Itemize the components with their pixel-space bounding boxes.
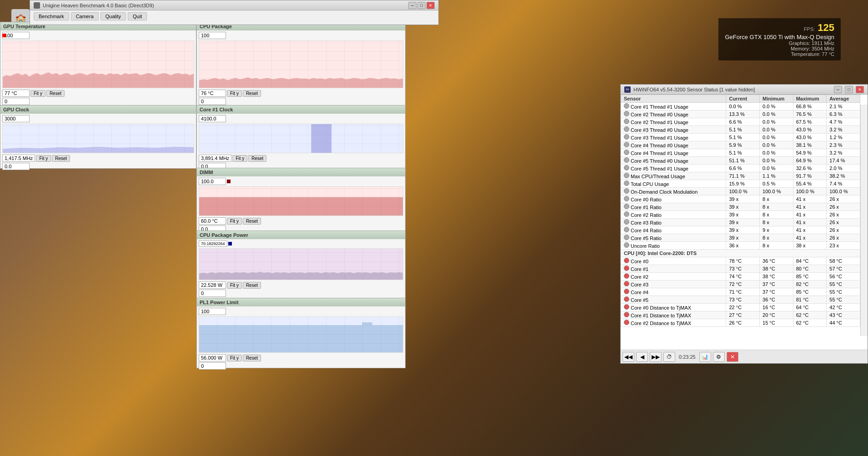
gpu-temp-reset-btn[interactable]: Reset [46,90,65,97]
cpu-power-chart [199,248,403,280]
sensor-max-cell: 38 x [793,242,827,250]
gpu-clock-fity-btn[interactable]: Fit y [36,155,51,162]
dimm-reset-btn[interactable]: Reset [243,218,261,225]
table-section-header: CPU [#0]: Intel Core-2200: DTS [621,250,860,257]
table-row[interactable]: Core #3 Ratio39 x8 x41 x26 x [621,219,860,226]
table-row[interactable]: Core #5 Ratio39 x8 x41 x26 x [621,234,860,242]
hwinfo-window: H HWiNFO64 v5.54-3200 Sensor Status [1 v… [620,84,868,364]
sensor-current-cell: 5.9 % [726,141,760,149]
hwinfo-scroll-area[interactable]: Sensor Current Minimum Maximum Average C… [621,95,868,350]
table-row[interactable]: Core #078 °C36 °C84 °C58 °C [621,257,860,265]
table-row[interactable]: Uncore Ratio36 x8 x38 x23 x [621,242,860,250]
core1-clock-fity-btn[interactable]: Fit y [232,155,247,162]
hwinfo-maximize-btn[interactable]: □ [845,86,853,93]
cpu-power-reset-btn[interactable]: Reset [243,282,261,289]
hwinfo-minimize-btn[interactable]: ─ [834,86,842,93]
footer-btn-timer[interactable]: ⏱ [663,352,675,362]
sensor-current-cell: 39 x [726,234,760,242]
heaven-menu-benchmark[interactable]: Benchmark [34,12,69,20]
sensor-avg-cell: 3.2 % [827,126,860,134]
heaven-menu-quality[interactable]: Quality [100,12,126,20]
sensor-max-cell: 64 °C [793,304,827,311]
sensor-icon [624,111,629,116]
table-row[interactable]: Core #1 Thread #1 Usage0.0 %0.0 %66.8 %2… [621,103,860,110]
sensor-name-cell: Core #1 Thread #1 Usage [621,103,726,110]
heaven-close-btn[interactable]: ✕ [426,2,435,9]
table-row[interactable]: Core #1 Distance to TjMAX27 °C20 °C62 °C… [621,311,860,319]
table-row[interactable]: Core #3 Thread #1 Usage5.1 %0.0 %43.0 %1… [621,134,860,141]
sensor-avg-cell: 100.0 % [827,188,860,195]
fps-label: FPS: [804,26,815,32]
sensor-current-cell: 72 °C [726,281,760,288]
gpu-clock-title: GPU Clock [0,105,196,114]
table-row[interactable]: Core #5 Thread #1 Usage6.6 %0.0 %32.6 %2… [621,165,860,172]
sensor-icon [624,157,629,163]
table-row[interactable]: Core #2 Thread #1 Usage6.6 %0.0 %67.5 %4… [621,118,860,126]
table-row[interactable]: Core #573 °C36 °C81 °C55 °C [621,296,860,304]
cpu-power-fity-btn[interactable]: Fit y [227,282,242,289]
dimm-fity-btn[interactable]: Fit y [227,218,242,225]
table-row[interactable]: Core #3 Thread #0 Usage5.1 %0.0 %43.0 %3… [621,126,860,134]
sensor-max-cell: 84 °C [793,257,827,265]
sensor-name-cell: Core #5 [621,296,726,304]
hwinfo-close-btn[interactable]: ✕ [856,86,864,93]
heaven-minimize-btn[interactable]: ─ [408,2,416,9]
table-row[interactable]: Core #4 Thread #1 Usage5.1 %0.0 %54.9 %3… [621,149,860,157]
table-row[interactable]: Core #2 Ratio39 x8 x41 x26 x [621,211,860,219]
core1-clock-reset-btn[interactable]: Reset [248,155,266,162]
table-row[interactable]: Max CPU/Thread Usage71.1 %1.1 %91.7 %38.… [621,172,860,180]
gpu-clock-reset-btn[interactable]: Reset [52,155,70,162]
sensor-max-cell: 91.7 % [793,172,827,180]
dimm-max: 100.0 [199,178,226,185]
sensor-avg-cell: 1.2 % [827,134,860,141]
table-row[interactable]: Core #5 Thread #0 Usage51.1 %0.0 %64.9 %… [621,157,860,165]
footer-btn-close[interactable]: ✕ [727,352,738,362]
cpu-package-min-row: 0 [198,97,404,105]
table-row[interactable]: Core #0 Distance to TjMAX22 °C16 °C64 °C… [621,304,860,311]
footer-btn-settings[interactable]: ⚙ [713,352,725,362]
footer-btn-back[interactable]: ◀ [636,352,648,362]
sensor-icon [624,227,629,232]
sensor-avg-cell: 26 x [827,195,860,203]
pl1-power-fity-btn[interactable]: Fit y [227,355,242,361]
table-row[interactable]: Total CPU Usage15.9 %0.5 %55.4 %7.4 % [621,180,860,188]
pl1-power-chart [199,316,403,353]
sensor-icon [624,273,629,279]
pl1-power-reset-btn[interactable]: Reset [243,355,261,361]
heaven-menu-camera[interactable]: Camera [71,12,99,20]
table-row[interactable]: Core #4 Ratio39 x9 x41 x26 x [621,226,860,234]
sensor-max-cell: 41 x [793,234,827,242]
footer-btn-rewind[interactable]: ◀◀ [622,352,634,362]
table-row[interactable]: Core #4 Thread #0 Usage5.9 %0.0 %38.1 %2… [621,141,860,149]
heaven-maximize-btn[interactable]: □ [417,2,426,9]
footer-btn-chart[interactable]: 📊 [699,352,711,362]
sensor-name-cell: Core #5 Ratio [621,234,726,242]
sensor-current-cell: 5.1 % [726,149,760,157]
cpu-package-fity-btn[interactable]: Fit y [227,90,242,97]
table-row[interactable]: Core #1 Ratio39 x8 x41 x26 x [621,203,860,211]
sensor-icon [624,235,629,240]
table-row[interactable]: Core #274 °C38 °C85 °C56 °C [621,273,860,281]
dimm-top-controls: 100.0 [198,177,404,185]
table-row[interactable]: Core #0 Ratio39 x8 x41 x26 x [621,195,860,203]
footer-btn-forward[interactable]: ▶▶ [650,352,662,362]
table-row[interactable]: On-Demand Clock Modulation100.0 %100.0 %… [621,188,860,195]
sensor-icon [624,180,629,186]
gpu-clock-panel: GPU Clock 3000 1,417.5 MHz Fit y Reset 0… [0,105,196,169]
sensor-min-cell: 36 °C [760,296,793,304]
pl1-power-title: PL1 Power Limit [197,298,405,306]
hwinfo-scrollbar[interactable] [860,105,868,336]
pl1-power-min-row: 0 [198,362,404,370]
table-row[interactable]: Core #2 Thread #0 Usage13.3 %0.0 %76.5 %… [621,110,860,118]
table-row[interactable]: Core #372 °C37 °C82 °C55 °C [621,281,860,288]
sensor-name-cell: Core #2 Thread #1 Usage [621,118,726,126]
sensor-icon [624,281,629,286]
cpu-package-reset-btn[interactable]: Reset [243,90,261,97]
table-row[interactable]: Core #173 °C38 °C80 °C57 °C [621,265,860,273]
heaven-menu-quit[interactable]: Quit [128,12,147,20]
gpu-temp-fity-btn[interactable]: Fit y [30,90,45,97]
sensor-avg-cell: 55 °C [827,281,860,288]
table-row[interactable]: Core #2 Distance to TjMAX26 °C15 °C62 °C… [621,319,860,327]
table-row[interactable]: Core #471 °C37 °C85 °C55 °C [621,288,860,296]
col-sensor: Sensor [621,95,726,103]
